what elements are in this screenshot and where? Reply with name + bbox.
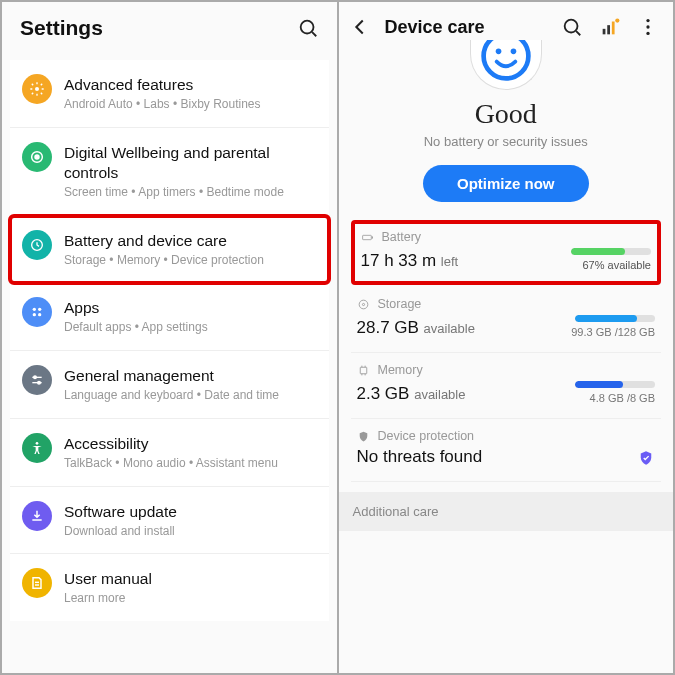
svg-point-23	[646, 19, 649, 22]
settings-list: Advanced featuresAndroid Auto • Labs • B…	[10, 60, 329, 621]
storage-detail: 99.3 GB /128 GB	[571, 326, 655, 338]
back-icon[interactable]	[349, 16, 371, 38]
care-icon	[22, 230, 52, 260]
item-subtitle: Android Auto • Labs • Bixby Routines	[64, 97, 317, 113]
svg-point-31	[359, 300, 368, 309]
svg-rect-33	[360, 367, 367, 374]
svg-point-25	[646, 32, 649, 35]
item-title: Battery and device care	[64, 231, 317, 251]
storage-label: Storage	[378, 297, 422, 311]
storage-bar	[575, 315, 655, 322]
item-title: Accessibility	[64, 434, 317, 454]
svg-point-22	[615, 18, 619, 22]
memory-label: Memory	[378, 363, 423, 377]
accessibility-icon	[22, 433, 52, 463]
battery-available: 67% available	[583, 259, 652, 271]
protection-status: No threats found	[357, 447, 483, 467]
optimize-button[interactable]: Optimize now	[423, 165, 589, 202]
battery-bar	[571, 248, 651, 255]
svg-point-28	[510, 49, 516, 55]
svg-line-1	[312, 32, 316, 36]
svg-rect-29	[362, 235, 371, 239]
svg-point-4	[35, 155, 39, 159]
item-subtitle: Download and install	[64, 524, 317, 540]
settings-item-accessibility[interactable]: AccessibilityTalkBack • Mono audio • Ass…	[10, 419, 329, 487]
item-title: Software update	[64, 502, 317, 522]
header-actions	[561, 16, 659, 38]
item-title: General management	[64, 366, 317, 386]
protection-label: Device protection	[378, 429, 475, 443]
svg-point-7	[38, 308, 41, 311]
status-icon	[470, 40, 542, 90]
settings-pane: Settings Advanced featuresAndroid Auto •…	[2, 2, 337, 673]
settings-item-manual[interactable]: User manualLearn more	[10, 554, 329, 621]
memory-section[interactable]: Memory 2.3 GB available 4.8 GB /8 GB	[351, 353, 662, 419]
manual-icon	[22, 568, 52, 598]
wellbeing-icon	[22, 142, 52, 172]
battery-section[interactable]: Battery 17 h 33 m left 67% available	[351, 220, 662, 285]
additional-care-label: Additional care	[339, 492, 674, 531]
item-subtitle: Screen time • App timers • Bedtime mode	[64, 185, 317, 201]
item-subtitle: Language and keyboard • Date and time	[64, 388, 317, 404]
svg-point-8	[33, 313, 36, 316]
battery-icon	[361, 231, 374, 244]
item-title: Digital Wellbeing and parental controls	[64, 143, 317, 183]
svg-rect-21	[612, 22, 615, 35]
protection-section[interactable]: Device protection No threats found	[351, 419, 662, 482]
search-icon[interactable]	[297, 17, 319, 39]
memory-icon	[357, 364, 370, 377]
item-title: Advanced features	[64, 75, 317, 95]
svg-rect-30	[371, 236, 372, 238]
item-title: User manual	[64, 569, 317, 589]
storage-section[interactable]: Storage 28.7 GB available 99.3 GB /128 G…	[351, 287, 662, 353]
svg-point-12	[34, 376, 37, 379]
storage-available: 28.7 GB available	[357, 318, 475, 338]
update-icon	[22, 501, 52, 531]
settings-item-apps[interactable]: AppsDefault apps • App settings	[10, 283, 329, 351]
settings-header: Settings	[2, 2, 337, 60]
battery-remaining: 17 h 33 m left	[361, 251, 459, 271]
svg-point-0	[300, 21, 313, 34]
svg-point-26	[483, 40, 528, 78]
shield-icon	[357, 430, 370, 443]
svg-line-18	[576, 31, 580, 35]
more-icon[interactable]	[637, 16, 659, 38]
status-title: Good	[339, 98, 674, 130]
status-subtitle: No battery or security issues	[339, 134, 674, 149]
settings-item-advanced[interactable]: Advanced featuresAndroid Auto • Labs • B…	[10, 60, 329, 128]
settings-item-care[interactable]: Battery and device careStorage • Memory …	[10, 216, 329, 284]
settings-item-wellbeing[interactable]: Digital Wellbeing and parental controlsS…	[10, 128, 329, 216]
apps-icon	[22, 297, 52, 327]
memory-bar	[575, 381, 655, 388]
battery-label: Battery	[382, 230, 422, 244]
item-subtitle: Storage • Memory • Device protection	[64, 253, 317, 269]
item-subtitle: TalkBack • Mono audio • Assistant menu	[64, 456, 317, 472]
signal-icon[interactable]	[599, 16, 621, 38]
svg-point-9	[38, 313, 41, 316]
svg-point-17	[565, 20, 578, 33]
svg-point-24	[646, 25, 649, 28]
svg-point-27	[495, 49, 501, 55]
svg-rect-19	[603, 29, 606, 35]
search-icon[interactable]	[561, 16, 583, 38]
shield-check-icon	[637, 449, 655, 467]
settings-title: Settings	[20, 16, 103, 40]
svg-rect-20	[607, 25, 610, 34]
general-icon	[22, 365, 52, 395]
item-subtitle: Default apps • App settings	[64, 320, 317, 336]
item-subtitle: Learn more	[64, 591, 317, 607]
settings-item-update[interactable]: Software updateDownload and install	[10, 487, 329, 555]
device-care-pane: Device care Good No battery or security …	[339, 2, 674, 673]
svg-point-6	[33, 308, 36, 311]
item-title: Apps	[64, 298, 317, 318]
care-sections: Battery 17 h 33 m left 67% available Sto…	[339, 220, 674, 482]
memory-detail: 4.8 GB /8 GB	[590, 392, 655, 404]
svg-point-13	[38, 381, 41, 384]
advanced-icon	[22, 74, 52, 104]
memory-available: 2.3 GB available	[357, 384, 466, 404]
svg-point-32	[362, 303, 364, 305]
device-care-title: Device care	[385, 17, 554, 38]
settings-item-general[interactable]: General managementLanguage and keyboard …	[10, 351, 329, 419]
svg-point-2	[35, 87, 39, 91]
svg-point-14	[36, 442, 39, 445]
